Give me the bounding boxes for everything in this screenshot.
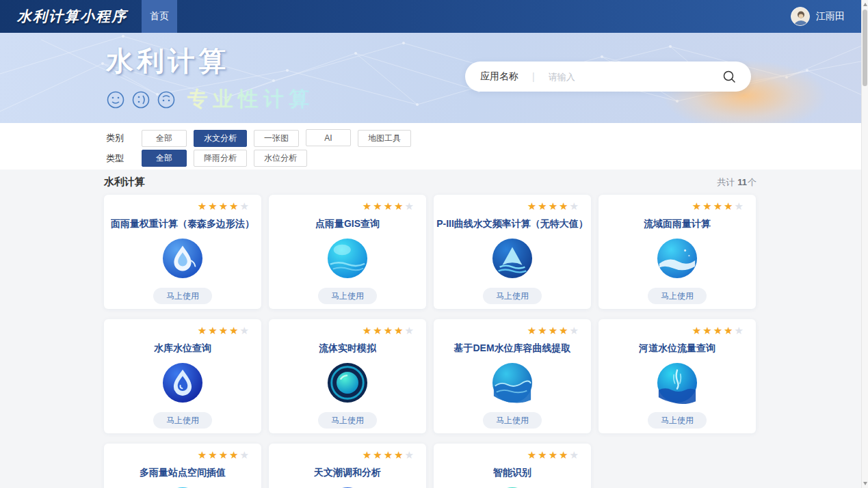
star-filled-icon: ★ (692, 325, 702, 336)
star-empty-icon: ★ (405, 200, 415, 212)
app-title: 点雨量GIS查询 (315, 217, 380, 230)
star-rating: ★★★★★ (603, 200, 752, 213)
star-rating: ★★★★★ (273, 200, 422, 213)
app-title: 智能识别 (493, 465, 531, 479)
star-filled-icon: ★ (538, 449, 548, 461)
star-empty-icon: ★ (570, 200, 580, 212)
star-filled-icon: ★ (549, 325, 559, 336)
star-filled-icon: ★ (713, 325, 724, 336)
star-rating: ★★★★★ (273, 449, 422, 461)
app-card[interactable]: ★★★★★ 天文潮调和分析 马上使用 (269, 444, 426, 488)
filter-option[interactable]: 水位分析 (254, 150, 307, 167)
app-title: 水库水位查询 (154, 341, 211, 355)
star-filled-icon: ★ (363, 325, 373, 336)
filter-option[interactable]: AI (306, 129, 351, 146)
username-label: 江雨田 (816, 10, 845, 23)
app-title: 面雨量权重计算（泰森多边形法） (111, 217, 254, 230)
star-empty-icon: ★ (735, 200, 745, 212)
smiley-wink-icon (131, 90, 150, 109)
filter-type-label: 类型 (106, 152, 131, 165)
content-area: 水利计算 共计11个 ★★★★★ 面雨量权重计算（泰森多边形法） 马上使用 ★★… (0, 170, 868, 488)
app-card[interactable]: ★★★★★ 点雨量GIS查询 马上使用 (269, 195, 426, 309)
star-filled-icon: ★ (538, 325, 548, 336)
app-count: 共计11个 (717, 176, 757, 189)
star-rating: ★★★★★ (108, 325, 257, 337)
vertical-scrollbar (861, 0, 868, 488)
star-empty-icon: ★ (735, 325, 745, 336)
filter-panel: 类别 全部水文分析一张图AI地图工具 类型 全部降雨分析水位分析 (0, 123, 868, 170)
filter-option[interactable]: 地图工具 (358, 130, 411, 147)
search-icon[interactable] (722, 70, 736, 83)
app-title: 多雨量站点空间插值 (140, 465, 226, 479)
app-card[interactable]: ★★★★★ 面雨量权重计算（泰森多边形法） 马上使用 (104, 195, 261, 309)
filter-option[interactable]: 全部 (142, 150, 187, 167)
star-filled-icon: ★ (559, 449, 569, 461)
tab-home[interactable]: 首页 (142, 0, 177, 33)
app-card[interactable]: ★★★★★ P-III曲线水文频率计算（无特大值） 马上使用 (434, 195, 591, 309)
star-filled-icon: ★ (198, 449, 208, 461)
scrollbar-thumb[interactable] (863, 10, 867, 86)
star-filled-icon: ★ (527, 449, 538, 461)
star-empty-icon: ★ (405, 325, 415, 336)
star-filled-icon: ★ (198, 200, 208, 212)
star-rating: ★★★★★ (438, 200, 587, 213)
star-filled-icon: ★ (549, 200, 559, 212)
app-card[interactable]: ★★★★★ 河道水位流量查询 马上使用 (599, 319, 756, 433)
star-empty-icon: ★ (570, 449, 580, 461)
star-filled-icon: ★ (394, 449, 404, 461)
star-empty-icon: ★ (405, 449, 415, 461)
use-button[interactable]: 马上使用 (648, 288, 707, 304)
filter-category-options: 全部水文分析一张图AI地图工具 (142, 129, 418, 147)
star-filled-icon: ★ (373, 449, 383, 461)
splash-icon (656, 362, 698, 404)
filter-option[interactable]: 全部 (142, 130, 187, 147)
scrollbar-down-arrow[interactable] (863, 482, 867, 485)
top-navbar: 水利计算小程序 首页 江雨田 (0, 0, 868, 33)
use-button[interactable]: 马上使用 (483, 288, 542, 304)
app-card[interactable]: ★★★★★ 智能识别 马上使用 (434, 444, 591, 488)
star-filled-icon: ★ (702, 200, 713, 212)
star-filled-icon: ★ (208, 325, 218, 336)
app-card[interactable]: ★★★★★ 多雨量站点空间插值 马上使用 (104, 444, 261, 488)
use-button[interactable]: 马上使用 (153, 412, 212, 429)
star-filled-icon: ★ (724, 200, 734, 212)
star-rating: ★★★★★ (438, 449, 587, 461)
search-divider: | (532, 71, 535, 82)
star-filled-icon: ★ (208, 200, 218, 212)
star-filled-icon: ★ (692, 200, 702, 212)
star-filled-icon: ★ (198, 325, 208, 336)
star-filled-icon: ★ (559, 325, 569, 336)
search-input[interactable] (549, 72, 722, 82)
smiley-calm-icon (157, 90, 176, 109)
star-filled-icon: ★ (549, 449, 559, 461)
scrollbar-up-arrow[interactable] (863, 3, 867, 6)
dark-drop-icon (161, 362, 204, 404)
app-title: 流域面雨量计算 (644, 217, 711, 230)
app-card[interactable]: ★★★★★ 基于DEM水位库容曲线提取 马上使用 (434, 319, 591, 433)
user-avatar-image (791, 8, 810, 26)
star-filled-icon: ★ (538, 200, 548, 212)
use-button[interactable]: 马上使用 (153, 288, 212, 304)
filter-option[interactable]: 水文分析 (194, 130, 247, 147)
use-button[interactable]: 马上使用 (318, 412, 377, 429)
filter-option[interactable]: 降雨分析 (194, 150, 247, 167)
peak-waves-icon (491, 237, 534, 280)
section-header: 水利计算 共计11个 (104, 170, 757, 195)
star-empty-icon: ★ (240, 325, 250, 336)
use-button[interactable]: 马上使用 (648, 412, 707, 429)
star-filled-icon: ★ (229, 325, 239, 336)
filter-option[interactable]: 一张图 (254, 130, 299, 147)
lens-ring-icon (326, 362, 369, 404)
use-button[interactable]: 马上使用 (318, 288, 377, 304)
user-avatar (791, 7, 810, 26)
star-rating: ★★★★★ (438, 325, 587, 337)
app-title: P-III曲线水文频率计算（无特大值） (436, 217, 588, 230)
wave-sphere-icon (656, 237, 698, 280)
app-card[interactable]: ★★★★★ 流域面雨量计算 马上使用 (599, 195, 756, 309)
app-card[interactable]: ★★★★★ 流体实时模拟 马上使用 (269, 319, 426, 433)
star-filled-icon: ★ (713, 200, 724, 212)
app-card[interactable]: ★★★★★ 水库水位查询 马上使用 (104, 319, 261, 433)
use-button[interactable]: 马上使用 (483, 412, 542, 429)
user-menu[interactable]: 江雨田 (791, 0, 845, 33)
star-filled-icon: ★ (384, 449, 394, 461)
